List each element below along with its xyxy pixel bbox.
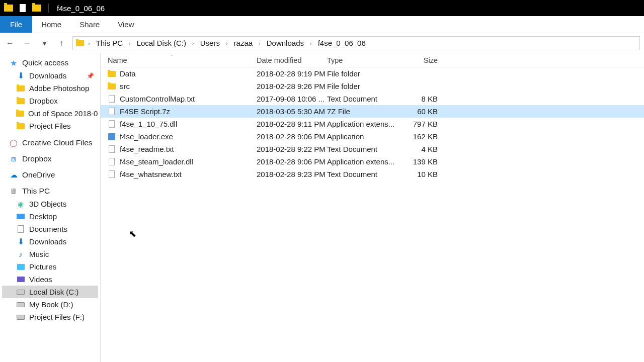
- cell-type: Application: [327, 132, 397, 141]
- breadcrumb-item[interactable]: Local Disk (C:): [135, 39, 188, 47]
- sidebar-item[interactable]: Out of Space 2018-0: [2, 107, 98, 120]
- main-content: ★ Quick access ⬇Downloads📌Adobe Photosho…: [0, 53, 644, 362]
- sidebar-label: Dropbox: [22, 154, 52, 163]
- ribbon-tabs: File Home Share View: [0, 16, 644, 33]
- file-row[interactable]: f4se_readme.txt2018-02-28 9:22 PMText Do…: [101, 143, 644, 155]
- cell-type: File folder: [327, 82, 397, 90]
- file-row[interactable]: f4se_whatsnew.txt2018-02-28 9:23 PMText …: [101, 168, 644, 180]
- cell-name: CustomControlMap.txt: [101, 95, 257, 103]
- cell-date: 2018-02-28 9:22 PM: [257, 145, 327, 153]
- file-name: f4se_whatsnew.txt: [120, 170, 182, 178]
- disk-icon: [16, 313, 25, 321]
- sidebar-label: Project Files: [29, 122, 71, 130]
- arrow-up-icon: ↑: [59, 39, 63, 48]
- up-button[interactable]: ↑: [55, 37, 67, 49]
- tab-view[interactable]: View: [109, 16, 143, 33]
- sidebar-root-item[interactable]: ◯Creative Cloud Files: [2, 136, 98, 149]
- sidebar-label: Quick access: [22, 58, 68, 67]
- column-date[interactable]: Date modified: [257, 56, 327, 64]
- breadcrumb-item[interactable]: f4se_0_06_06: [316, 39, 368, 47]
- file-row[interactable]: f4se_steam_loader.dll2018-02-28 9:06 PMA…: [101, 155, 644, 168]
- cell-type: Text Document: [327, 95, 397, 103]
- file-list: Name ˆ Date modified Type Size Data2018-…: [101, 53, 644, 362]
- cell-name: Data: [101, 69, 257, 78]
- sidebar-root-item[interactable]: 🖥This PC: [2, 185, 98, 198]
- sidebar-item[interactable]: Documents: [2, 223, 98, 235]
- breadcrumb-item[interactable]: This PC: [94, 39, 125, 47]
- folder-icon: [16, 84, 25, 93]
- sidebar-label: Out of Space 2018-0: [28, 109, 98, 118]
- column-headers: Name ˆ Date modified Type Size: [101, 53, 644, 67]
- pictures-icon: [16, 263, 25, 271]
- column-size[interactable]: Size: [397, 56, 443, 64]
- forward-button[interactable]: →: [21, 37, 33, 49]
- sidebar-label: Adobe Photoshop: [29, 84, 89, 93]
- sidebar-item[interactable]: Adobe Photoshop: [2, 82, 98, 95]
- arrow-left-icon: ←: [6, 39, 14, 48]
- cell-type: Text Document: [327, 170, 397, 178]
- column-name[interactable]: Name ˆ: [101, 56, 257, 64]
- file-tab[interactable]: File: [0, 16, 32, 33]
- address-bar[interactable]: › This PC › Local Disk (C:) › Users › ra…: [72, 36, 640, 50]
- cell-date: 2018-02-28 9:23 PM: [257, 170, 327, 178]
- file-row[interactable]: CustomControlMap.txt2017-09-08 10:06 ...…: [101, 93, 644, 105]
- sidebar-item[interactable]: Dropbox: [2, 95, 98, 107]
- sidebar-label: My Book (D:): [29, 300, 73, 309]
- file-icon: [108, 170, 116, 178]
- sidebar-item[interactable]: Desktop: [2, 210, 98, 223]
- tab-share[interactable]: Share: [70, 16, 109, 33]
- tab-home[interactable]: Home: [32, 16, 70, 33]
- sidebar-item[interactable]: Project Files (F:): [2, 311, 98, 323]
- 3d-objects-icon: ◉: [16, 200, 25, 208]
- sidebar-item[interactable]: ⬇Downloads📌: [2, 69, 98, 82]
- sidebar-item[interactable]: My Book (D:): [2, 298, 98, 311]
- cell-date: 2018-02-28 9:06 PM: [257, 132, 327, 141]
- file-row[interactable]: F4SE Script.7z2018-03-05 5:30 AM7Z File6…: [101, 105, 644, 118]
- file-row[interactable]: Data2018-02-28 9:19 PMFile folder: [101, 67, 644, 80]
- sidebar-label: Downloads: [29, 237, 66, 246]
- column-type[interactable]: Type: [327, 56, 397, 64]
- cell-name: f4se_steam_loader.dll: [101, 157, 257, 166]
- sidebar-root-item[interactable]: ⧈Dropbox: [2, 152, 98, 165]
- sidebar-item[interactable]: ⬇Downloads: [2, 235, 98, 248]
- file-row[interactable]: f4se_1_10_75.dll2018-02-28 9:11 PMApplic…: [101, 118, 644, 130]
- sidebar-label: Desktop: [29, 212, 57, 221]
- sidebar-item[interactable]: Videos: [2, 273, 98, 286]
- cell-name: f4se_whatsnew.txt: [101, 170, 257, 178]
- music-icon: ♪: [16, 250, 25, 258]
- file-row[interactable]: src2018-02-28 9:26 PMFile folder: [101, 80, 644, 93]
- cell-name: F4SE Script.7z: [101, 107, 257, 116]
- file-name: Data: [120, 69, 136, 78]
- sidebar-item[interactable]: ◉3D Objects: [2, 198, 98, 210]
- file-icon: [108, 120, 116, 128]
- breadcrumb-item[interactable]: Downloads: [265, 39, 306, 47]
- document-icon: [16, 225, 25, 233]
- back-button[interactable]: ←: [4, 37, 16, 49]
- chevron-right-icon: ›: [190, 40, 196, 46]
- file-name: f4se_loader.exe: [120, 132, 173, 141]
- sidebar-label: Videos: [29, 275, 52, 284]
- chevron-down-icon: ▾: [43, 39, 46, 47]
- breadcrumb-item[interactable]: Users: [198, 39, 222, 47]
- cell-name: src: [101, 82, 257, 90]
- nav-bar: ← → ▾ ↑ › This PC › Local Disk (C:) › Us…: [0, 33, 644, 53]
- sidebar-item[interactable]: ♪Music: [2, 248, 98, 260]
- sidebar-item[interactable]: Local Disk (C:): [2, 286, 98, 298]
- sidebar-label: Project Files (F:): [29, 313, 85, 321]
- cell-size: 797 KB: [397, 120, 443, 128]
- recent-dropdown[interactable]: ▾: [38, 37, 50, 49]
- chevron-right-icon: ›: [86, 40, 92, 46]
- sidebar-item[interactable]: Pictures: [2, 260, 98, 273]
- sidebar-item[interactable]: Project Files: [2, 120, 98, 132]
- cell-size: 139 KB: [397, 157, 443, 166]
- file-icon: [108, 145, 116, 153]
- sidebar-quick-access[interactable]: ★ Quick access: [2, 56, 98, 69]
- dropbox-icon: ⧈: [9, 155, 18, 163]
- sidebar-root-item[interactable]: ☁OneDrive: [2, 168, 98, 182]
- file-row[interactable]: f4se_loader.exe2018-02-28 9:06 PMApplica…: [101, 130, 644, 143]
- disk-icon: [16, 301, 25, 309]
- cell-date: 2017-09-08 10:06 ...: [257, 95, 327, 103]
- application-icon: [108, 133, 116, 141]
- sidebar-label: Downloads: [29, 71, 66, 80]
- breadcrumb-item[interactable]: razaa: [232, 39, 255, 47]
